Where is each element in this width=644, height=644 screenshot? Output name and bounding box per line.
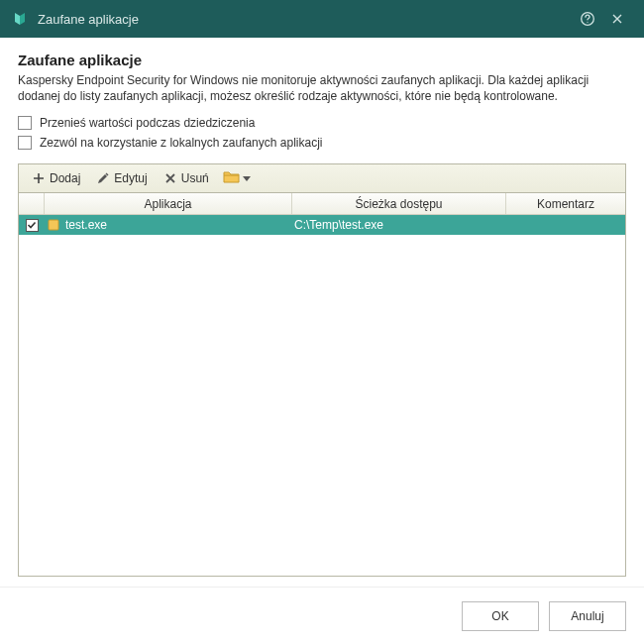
- allow-local-checkbox[interactable]: [18, 136, 32, 150]
- titlebar-title: Zaufane aplikacje: [38, 12, 573, 27]
- remove-button-label: Usuń: [181, 171, 209, 185]
- edit-button-label: Edytuj: [114, 171, 147, 185]
- allow-local-checkbox-row[interactable]: Zezwól na korzystanie z lokalnych zaufan…: [18, 136, 626, 150]
- dialog-window: Zaufane aplikacje Zaufane aplikacje Kasp…: [0, 0, 644, 644]
- titlebar: Zaufane aplikacje: [0, 0, 644, 38]
- svg-point-1: [587, 22, 588, 23]
- toolbar: Dodaj Edytuj Usuń: [18, 163, 626, 193]
- row-path: C:\Temp\test.exe: [292, 218, 506, 232]
- remove-button[interactable]: Usuń: [157, 168, 216, 188]
- chevron-down-icon: [243, 171, 251, 185]
- col-comment[interactable]: Komentarz: [506, 193, 625, 214]
- pencil-icon: [96, 171, 110, 185]
- table-row[interactable]: test.exe C:\Temp\test.exe: [19, 215, 625, 235]
- ok-button[interactable]: OK: [462, 601, 539, 631]
- inherit-checkbox-row[interactable]: Przenieś wartości podczas dziedziczenia: [18, 116, 626, 130]
- content-area: Zaufane aplikacje Kaspersky Endpoint Sec…: [0, 38, 644, 577]
- col-path[interactable]: Ścieżka dostępu: [292, 193, 506, 214]
- table-body: test.exe C:\Temp\test.exe: [19, 215, 625, 576]
- folder-dropdown-button[interactable]: [218, 167, 256, 190]
- add-button-label: Dodaj: [50, 171, 80, 185]
- add-button[interactable]: Dodaj: [25, 168, 87, 188]
- inherit-checkbox[interactable]: [18, 116, 32, 130]
- col-app[interactable]: Aplikacja: [45, 193, 292, 214]
- allow-local-checkbox-label: Zezwól na korzystanie z lokalnych zaufan…: [40, 136, 322, 150]
- plus-icon: [32, 171, 46, 185]
- x-icon: [163, 171, 177, 185]
- page-title: Zaufane aplikacje: [18, 52, 626, 68]
- inherit-checkbox-label: Przenieś wartości podczas dziedziczenia: [40, 116, 255, 130]
- edit-button[interactable]: Edytuj: [89, 168, 154, 188]
- apps-table: Aplikacja Ścieżka dostępu Komentarz: [18, 193, 626, 577]
- page-description: Kaspersky Endpoint Security for Windows …: [18, 72, 626, 104]
- app-logo-icon: [12, 11, 28, 27]
- col-checkbox[interactable]: [19, 193, 45, 214]
- cancel-button[interactable]: Anuluj: [549, 601, 626, 631]
- row-app-name: test.exe: [65, 218, 107, 232]
- svg-rect-2: [49, 220, 58, 230]
- help-button[interactable]: [573, 4, 602, 34]
- table-header: Aplikacja Ścieżka dostępu Komentarz: [19, 193, 625, 215]
- folder-icon: [223, 170, 241, 187]
- row-checkbox[interactable]: [26, 219, 39, 232]
- file-icon: [47, 218, 60, 232]
- footer: OK Anuluj: [0, 587, 644, 644]
- close-button[interactable]: [602, 4, 632, 34]
